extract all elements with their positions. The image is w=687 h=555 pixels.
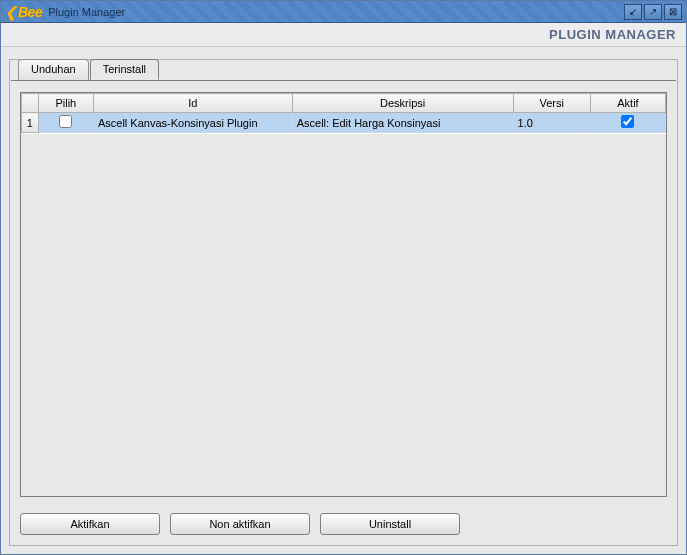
table-header-row: Pilih Id Deskripsi Versi Aktif <box>22 94 666 113</box>
cell-id: Ascell Kanvas-Konsinyasi Plugin <box>93 113 292 133</box>
minimize-icon: ↙ <box>629 6 637 17</box>
close-icon: ⊠ <box>669 6 677 17</box>
titlebar: ❮ Bee Plugin Manager ↙ ↗ ⊠ <box>1 1 686 23</box>
cell-pilih[interactable] <box>38 113 93 133</box>
cell-deskripsi: Ascell: Edit Harga Konsinyasi <box>292 113 513 133</box>
tab-bar: Unduhan Terinstall <box>18 59 160 80</box>
plugin-manager-window: ❮ Bee Plugin Manager ↙ ↗ ⊠ PLUGIN MANAGE… <box>0 0 687 555</box>
content-area: Unduhan Terinstall Pilih Id Deskripsi Ve… <box>1 47 686 554</box>
maximize-icon: ↗ <box>649 6 657 17</box>
app-logo: ❮ Bee <box>5 4 42 20</box>
col-header-id[interactable]: Id <box>93 94 292 113</box>
col-header-aktif[interactable]: Aktif <box>590 94 665 113</box>
col-header-deskripsi[interactable]: Deskripsi <box>292 94 513 113</box>
tab-unduhan[interactable]: Unduhan <box>18 59 89 80</box>
aktifkan-button[interactable]: Aktifkan <box>20 513 160 535</box>
cell-aktif[interactable] <box>590 113 665 133</box>
table-empty-area <box>21 134 666 496</box>
page-title: PLUGIN MANAGER <box>549 27 676 42</box>
plugin-table-wrapper: Pilih Id Deskripsi Versi Aktif 1 <box>20 92 667 497</box>
window-title: Plugin Manager <box>48 6 125 18</box>
col-header-versi[interactable]: Versi <box>513 94 590 113</box>
cell-versi: 1.0 <box>513 113 590 133</box>
maximize-button[interactable]: ↗ <box>644 4 662 20</box>
tab-panel: Unduhan Terinstall Pilih Id Deskripsi Ve… <box>9 59 678 546</box>
aktif-checkbox[interactable] <box>621 115 634 128</box>
close-button[interactable]: ⊠ <box>664 4 682 20</box>
uninstall-button[interactable]: Uninstall <box>320 513 460 535</box>
tab-terinstall[interactable]: Terinstall <box>90 59 159 80</box>
table-row[interactable]: 1 Ascell Kanvas-Konsinyasi Plugin Ascell… <box>22 113 666 133</box>
logo-text: Bee <box>18 4 42 20</box>
plugin-table: Pilih Id Deskripsi Versi Aktif 1 <box>21 93 666 133</box>
col-header-pilih[interactable]: Pilih <box>38 94 93 113</box>
pilih-checkbox[interactable] <box>59 115 72 128</box>
page-header: PLUGIN MANAGER <box>1 23 686 47</box>
action-buttons: Aktifkan Non aktifkan Uninstall <box>20 513 460 535</box>
row-number: 1 <box>22 113 39 133</box>
logo-chevron-icon: ❮ <box>5 4 17 20</box>
col-header-rownum <box>22 94 39 113</box>
non-aktifkan-button[interactable]: Non aktifkan <box>170 513 310 535</box>
minimize-button[interactable]: ↙ <box>624 4 642 20</box>
